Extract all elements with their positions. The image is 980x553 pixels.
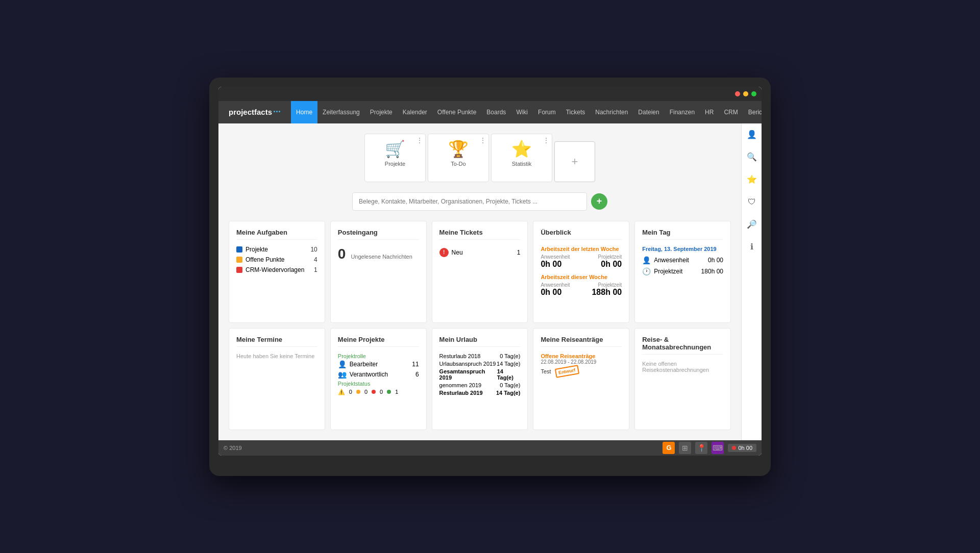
card-title-termine: Meine Termine (236, 336, 317, 347)
nav-item-home[interactable]: Home (291, 101, 317, 123)
this-week-anwesenheit-label: Anwesenheit (541, 282, 570, 288)
bottom-icon-grid[interactable]: ⊞ (679, 442, 691, 454)
reise-date: 22.08.2019 - 22.08.2019 (541, 359, 622, 365)
sidebar-icon-info[interactable]: ℹ (746, 241, 758, 253)
nav-item-zeiterfassung[interactable]: Zeiterfassung (317, 101, 365, 123)
nav-item-tickets[interactable]: Tickets (561, 101, 591, 123)
projektstatus-label: Projektstatus (338, 381, 419, 387)
card-meine-aufgaben: Meine Aufgaben Projekte 10 Offene Punkte… (229, 221, 325, 323)
task-label: CRM-Wiedervorlagen (246, 266, 304, 273)
sidebar-icon-user[interactable]: 👤 (746, 129, 758, 141)
nav-item-crm[interactable]: CRM (719, 101, 743, 123)
tiles-row: ⋮ 🛒 Projekte ⋮ 🏆 To-Do ⋮ ⭐ Statistik + (229, 134, 731, 182)
nav-item-hr[interactable]: HR (700, 101, 719, 123)
task-label: Projekte (246, 246, 268, 253)
verantwortlich-count: 6 (415, 371, 419, 378)
bottom-icon-location[interactable]: 📍 (695, 442, 707, 454)
nav-item-dateien[interactable]: Dateien (633, 101, 664, 123)
reise-monats-empty: Keine offenen Reisekostenabrechnungen (642, 361, 723, 373)
task-dot (236, 246, 242, 253)
nav-item-wiki[interactable]: Wiki (511, 101, 533, 123)
card-title-reise-monats: Reise- & Monatsabrechnungen (642, 336, 723, 355)
task-count: 4 (314, 256, 317, 263)
tile-statistik[interactable]: ⋮ ⭐ Statistik (491, 134, 552, 182)
nav-item-boards[interactable]: Boards (481, 101, 511, 123)
bottom-bar: © 2019 G ⊞ 📍 ⌨ 0h 00 (218, 440, 762, 456)
sidebar-icon-star[interactable]: ⭐ (746, 173, 758, 186)
navigation: projectfacts··· HomeZeiterfassungProjekt… (218, 101, 762, 123)
bearbeiter-row: 👤 Bearbeiter 11 (338, 360, 419, 368)
status-count-3: 1 (395, 389, 398, 395)
this-week-projektzeit-value: 188h 00 (592, 288, 622, 297)
status-row: ⚠️ 0 0 0 1 (338, 389, 419, 395)
termine-empty: Heute haben Sie keine Termine (236, 353, 317, 359)
projektzeit-value: 180h 00 (701, 268, 723, 275)
time-red-dot (732, 446, 736, 450)
tile-label: Projekte (385, 161, 405, 167)
urlaub-value: 14 Tag(e) (496, 390, 520, 396)
ticket-count-neu: 1 (517, 249, 521, 256)
last-week-anwesenheit-label: Anwesenheit (541, 254, 570, 260)
nav-item-offene punkte[interactable]: Offene Punkte (432, 101, 482, 123)
reise-project: Test (541, 368, 551, 374)
this-week-projektzeit-label: Projektzeit (592, 282, 622, 288)
card-title-meine-aufgaben: Meine Aufgaben (236, 229, 317, 240)
card-meine-tickets: Meine Tickets ! Neu 1 (432, 221, 528, 323)
urlaub-row: genommen 2019 0 Tag(e) (439, 382, 521, 388)
warning-icon: ⚠️ (338, 389, 345, 395)
task-dot (236, 257, 242, 263)
verantwortlich-row: 👥 Verantwortlich 6 (338, 370, 419, 379)
status-count-0: 0 (349, 389, 352, 395)
projektzeit-label: Projektzeit (654, 268, 682, 275)
this-week-label: Arbeitszeit dieser Woche (541, 274, 622, 280)
ticket-label-neu: Neu (452, 249, 463, 256)
posteingang-count: 0 (338, 246, 346, 262)
card-reise-monats: Reise- & Monatsabrechnungen Keine offene… (634, 328, 731, 430)
card-posteingang: Posteingang 0 Ungelesene Nachrichten (330, 221, 427, 323)
projektrolle-label: Projektrolle (338, 353, 419, 359)
urlaub-label: genommen 2019 (439, 382, 482, 388)
bottom-icon-keyboard[interactable]: ⌨ (712, 442, 724, 454)
search-input[interactable] (352, 192, 587, 211)
card-title-mein-tag: Mein Tag (642, 229, 723, 240)
search-area: + (229, 192, 731, 211)
urlaub-value: 14 Tag(e) (497, 361, 520, 367)
nav-item-finanzen[interactable]: Finanzen (665, 101, 700, 123)
task-item: Offene Punkte 4 (236, 256, 317, 263)
task-count: 1 (314, 266, 317, 273)
search-add-button[interactable]: + (591, 193, 607, 210)
tile-menu[interactable]: ⋮ (416, 136, 423, 144)
nav-item-kalender[interactable]: Kalender (398, 101, 432, 123)
reise-open-label[interactable]: Offene Reiseanträge (541, 353, 622, 359)
tile-menu[interactable]: ⋮ (543, 136, 550, 144)
last-week-label: Arbeitszeit der letzten Woche (541, 246, 622, 252)
bearbeiter-count: 11 (412, 361, 419, 368)
urlaub-row: Resturlaub 2018 0 Tag(e) (439, 353, 521, 359)
bottom-icon-g[interactable]: G (663, 442, 675, 454)
anwesenheit-icon: 👤 (642, 256, 651, 264)
copyright: © 2019 (224, 445, 242, 451)
anwesenheit-value: 0h 00 (708, 257, 723, 264)
sidebar-icon-shield[interactable]: 🛡 (746, 196, 758, 208)
tile-to-do[interactable]: ⋮ 🏆 To-Do (428, 134, 489, 182)
logo-dots: ··· (273, 107, 281, 117)
tile-add-button[interactable]: + (554, 141, 595, 182)
nav-item-nachrichten[interactable]: Nachrichten (590, 101, 633, 123)
app-logo: projectfacts··· (224, 107, 286, 117)
task-label: Offene Punkte (246, 256, 285, 263)
task-item: CRM-Wiedervorlagen 1 (236, 266, 317, 273)
sidebar-icon-search[interactable]: 🔍 (746, 151, 758, 163)
footer-time: 0h 00 (738, 445, 752, 451)
nav-item-projekte[interactable]: Projekte (365, 101, 398, 123)
tile-menu[interactable]: ⋮ (479, 136, 486, 144)
nav-item-berichte[interactable]: Berichte (743, 101, 762, 123)
card-title-urlaub: Mein Urlaub (439, 336, 521, 347)
card-title-reiseantraege: Meine Reiseanträge (541, 336, 622, 347)
card-title-posteingang: Posteingang (338, 229, 419, 240)
urlaub-label: Gesamtanspruch 2019 (439, 368, 497, 381)
sidebar-icon-search2[interactable]: 🔎 (746, 218, 758, 231)
ticket-row: ! Neu 1 (439, 246, 521, 259)
nav-item-forum[interactable]: Forum (533, 101, 561, 123)
tile-projekte[interactable]: ⋮ 🛒 Projekte (364, 134, 426, 182)
urlaub-row: Urlaubsanspruch 2019 14 Tag(e) (439, 361, 521, 367)
